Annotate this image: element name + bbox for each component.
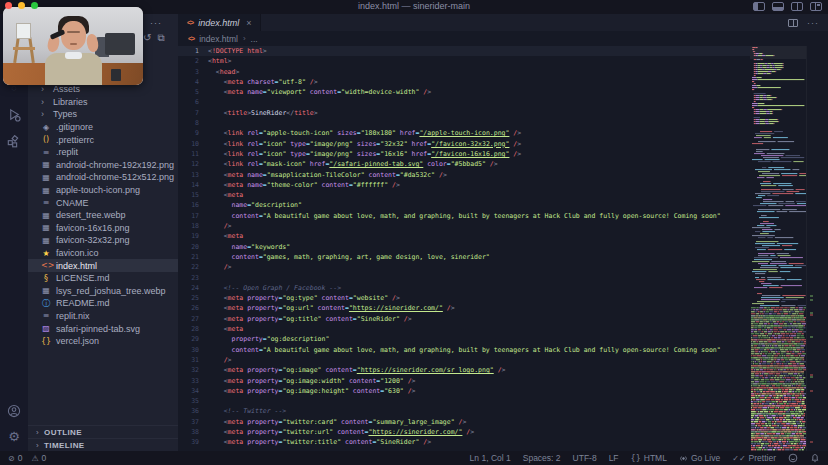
collapse-folders-icon[interactable]: ⧉ — [157, 32, 164, 44]
settings-gear-icon[interactable]: ⚙ — [6, 428, 22, 444]
status-prettier[interactable]: ✓✓Prettier — [732, 453, 776, 463]
customize-layout-icon[interactable] — [810, 2, 822, 11]
info-file-icon: ⓘ — [41, 298, 51, 309]
close-button[interactable] — [5, 2, 12, 9]
code-line: 4 <meta charset="utf-8" /> — [178, 77, 750, 87]
webcam-person-head — [61, 21, 86, 50]
file-row-apple-touch-icon.png[interactable]: ▦apple-touch-icon.png — [28, 184, 178, 197]
file-row-desert_tree.webp[interactable]: ▦desert_tree.webp — [28, 209, 178, 222]
file-row-.gitignore[interactable]: ◈.gitignore — [28, 121, 178, 134]
webcam-easel — [11, 23, 37, 63]
errors-icon: ⊘ — [8, 454, 15, 463]
star-file-icon: ★ — [41, 249, 51, 258]
tab-close-icon[interactable]: × — [246, 18, 251, 28]
file-label: desert_tree.webp — [56, 210, 126, 220]
minimize-button[interactable] — [18, 2, 25, 9]
config-file-icon: ≡ — [41, 311, 51, 320]
file-row-safari-pinned-tab.svg[interactable]: ▨safari-pinned-tab.svg — [28, 322, 178, 335]
chevron-right-icon: › — [36, 441, 39, 450]
more-actions-icon[interactable]: ··· — [807, 18, 819, 28]
bell-icon[interactable] — [810, 453, 820, 463]
webcam-person-brow — [67, 31, 80, 33]
status-language-mode[interactable]: {}HTML — [631, 453, 667, 463]
file-label: favicon-16x16.png — [56, 223, 130, 233]
file-label: favicon.ico — [56, 248, 99, 258]
minimap[interactable] — [750, 46, 806, 451]
webcam-overlay[interactable] — [3, 7, 143, 85]
status-bar: ⊘0⚠0 Ln 1, Col 1Spaces: 2UTF-8LF{}HTMLGo… — [0, 451, 828, 465]
status-encoding[interactable]: UTF-8 — [573, 453, 597, 463]
zoom-button[interactable] — [31, 2, 38, 9]
file-row-android-chrome-512x512.png[interactable]: ▦android-chrome-512x512.png — [28, 171, 178, 184]
image-file-icon: ▦ — [41, 286, 51, 295]
status-go-live[interactable]: Go Live — [679, 453, 720, 463]
go-live-label: Go Live — [691, 453, 720, 463]
file-row-lsys_red_joshua_tree.webp[interactable]: ▦lsys_red_joshua_tree.webp — [28, 285, 178, 298]
ruler-mark — [810, 376, 813, 378]
toggle-sidebar-icon[interactable] — [753, 2, 765, 11]
status-eol[interactable]: LF — [609, 453, 619, 463]
folder-row-types[interactable]: ›Types — [28, 108, 178, 121]
file-label: android-chrome-512x512.png — [56, 172, 174, 182]
file-row-.replit[interactable]: ≡.replit — [28, 146, 178, 159]
code-editor[interactable]: 1<!DOCTYPE html>2<html>3 <head>4 <meta c… — [178, 46, 750, 451]
editor-group: <> index.html × ··· <> index.html › ... … — [178, 14, 828, 451]
tab-index-html[interactable]: <> index.html × — [178, 14, 261, 31]
file-row-readme.md[interactable]: ⓘREADME.md — [28, 297, 178, 310]
html-file-icon: <> — [187, 19, 193, 26]
status-cursor-position[interactable]: Ln 1, Col 1 — [470, 453, 511, 463]
overview-ruler-scrollbar[interactable] — [806, 46, 828, 451]
file-row-license.md[interactable]: §LICENSE.md — [28, 272, 178, 285]
breadcrumb-more[interactable]: ... — [251, 34, 258, 44]
feedback-icon[interactable] — [788, 453, 798, 463]
file-label: README.md — [56, 298, 110, 308]
file-row-favicon.ico[interactable]: ★favicon.ico — [28, 247, 178, 260]
chevron-right-icon: › — [36, 428, 39, 437]
breadcrumb-file[interactable]: index.html — [199, 34, 238, 44]
encoding-label: UTF-8 — [573, 453, 597, 463]
explorer-actions: ↺ ⧉ — [143, 32, 165, 44]
config-file-icon: ≡ — [41, 198, 51, 207]
file-label: index.html — [56, 261, 97, 271]
file-row-index.html[interactable]: <>index.html — [28, 259, 178, 272]
code-line: 26 <meta property="og:url" content="http… — [178, 303, 750, 313]
split-editor-right-icon[interactable] — [788, 19, 798, 27]
status-warnings[interactable]: ⚠0 — [31, 453, 46, 463]
file-label: android-chrome-192x192.png — [56, 160, 174, 170]
accounts-icon[interactable] — [6, 403, 22, 419]
explorer-more-actions-icon[interactable]: ··· — [150, 18, 162, 28]
refresh-icon[interactable]: ↺ — [143, 32, 151, 44]
sidebar-sections: › OUTLINE › TIMELINE — [28, 425, 178, 451]
file-row-favicon-16x16.png[interactable]: ▦favicon-16x16.png — [28, 222, 178, 235]
code-line: 10 <link rel="icon" type="image/png" siz… — [178, 139, 750, 149]
status-errors[interactable]: ⊘0 — [8, 453, 22, 463]
tab-label: index.html — [198, 18, 239, 28]
extensions-icon[interactable] — [6, 134, 22, 150]
file-label: CNAME — [56, 198, 89, 208]
code-line: 5 <meta name="viewport" content="width=d… — [178, 87, 750, 97]
file-label: .prettierrc — [56, 135, 94, 145]
breadcrumb[interactable]: <> index.html › ... — [178, 31, 828, 46]
file-row-.prettierrc[interactable]: ().prettierrc — [28, 133, 178, 146]
outline-section-header[interactable]: › OUTLINE — [28, 425, 178, 438]
prettier-label: Prettier — [749, 453, 776, 463]
file-label: replit.nix — [56, 311, 90, 321]
code-line: 12 <link rel="mask-icon" href="/safari-p… — [178, 159, 750, 169]
code-line: 29 property="og:description" — [178, 334, 750, 344]
file-row-cname[interactable]: ≡CNAME — [28, 196, 178, 209]
ruler-mark — [810, 336, 813, 338]
folder-row-libraries[interactable]: ›Libraries — [28, 96, 178, 109]
language-mode-label: HTML — [644, 453, 667, 463]
split-editor-icon[interactable] — [791, 2, 803, 11]
file-row-favicon-32x32.png[interactable]: ▦favicon-32x32.png — [28, 234, 178, 247]
status-indentation[interactable]: Spaces: 2 — [523, 453, 561, 463]
file-row-vercel.json[interactable]: {}vercel.json — [28, 335, 178, 348]
code-line: 38 <meta property="twitter:url" content=… — [178, 427, 750, 437]
toggle-panel-icon[interactable] — [772, 2, 784, 11]
file-row-replit.nix[interactable]: ≡replit.nix — [28, 310, 178, 323]
git-file-icon: ◈ — [41, 123, 51, 132]
run-and-debug-icon[interactable] — [6, 107, 22, 123]
minimap-slider[interactable] — [750, 46, 806, 59]
file-row-android-chrome-192x192.png[interactable]: ▦android-chrome-192x192.png — [28, 159, 178, 172]
timeline-section-header[interactable]: › TIMELINE — [28, 438, 178, 451]
